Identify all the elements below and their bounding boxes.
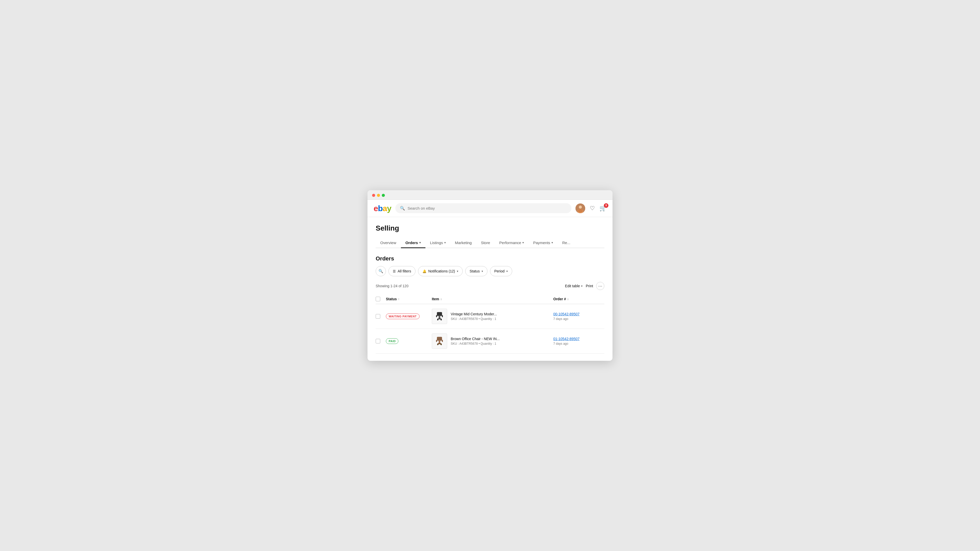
filters-row: 🔍 ☰ All filters 🔔 Notifications (12) ▾ S…	[375, 266, 605, 276]
order-header-label: Order #	[553, 297, 566, 301]
status-filter-button[interactable]: Status ▾	[465, 266, 487, 276]
svg-rect-9	[436, 315, 437, 317]
orders-chevron-icon: ▾	[419, 241, 421, 244]
search-orders-icon: 🔍	[379, 269, 383, 274]
tab-overview[interactable]: Overview	[375, 238, 401, 248]
search-orders-button[interactable]: 🔍	[375, 266, 386, 276]
all-filters-label: All filters	[398, 269, 411, 273]
browser-chrome	[368, 190, 612, 200]
status-sort-icon: ↑	[398, 298, 400, 301]
row-1-checkbox[interactable]	[375, 314, 380, 318]
paid-badge: PAID	[386, 338, 398, 344]
waiting-payment-badge: WAITING PAYMENT	[386, 314, 420, 319]
more-icon: ⋯	[598, 283, 602, 288]
navbar: ebay 🔍 ♡ 🛒 9	[368, 200, 612, 217]
performance-chevron-icon: ▾	[522, 241, 524, 244]
notifications-chevron-icon: ▾	[457, 270, 458, 273]
item-sort-icon: ↕	[441, 298, 442, 301]
svg-point-7	[437, 319, 438, 320]
period-chevron-icon: ▾	[506, 270, 508, 273]
cart-wrapper[interactable]: 🛒 9	[600, 205, 606, 212]
row-2-order-date: 7 days ago	[553, 342, 605, 346]
row-2-order: 01-10542-89507 7 days ago	[553, 337, 605, 346]
svg-rect-10	[442, 315, 443, 317]
row-2-item-name: Brown Office Chair - NEW IN...	[451, 337, 500, 341]
edit-table-button[interactable]: Edit table ▾	[565, 284, 583, 288]
edit-table-chevron-icon: ▾	[581, 284, 583, 288]
tab-nav: Overview Orders ▾ Listings ▾ Marketing S…	[375, 238, 605, 248]
row-1-order-number[interactable]: 00-10542-89507	[553, 312, 605, 316]
tab-reports[interactable]: Re...	[558, 238, 575, 248]
dot-green[interactable]	[382, 194, 385, 197]
tab-payments[interactable]: Payments ▾	[528, 238, 558, 248]
browser-dots	[372, 194, 608, 197]
order-column-header[interactable]: Order # ↕	[553, 297, 605, 301]
ebay-logo[interactable]: ebay	[374, 204, 391, 212]
search-input[interactable]	[407, 206, 567, 210]
table-actions: Edit table ▾ Print ⋯	[565, 282, 605, 290]
print-button[interactable]: Print	[586, 284, 593, 288]
logo-e: e	[374, 204, 378, 213]
nav-icons: ♡ 🛒 9	[576, 204, 606, 213]
avatar[interactable]	[576, 204, 585, 213]
item-column-header[interactable]: Item ↕	[432, 297, 553, 301]
edit-table-label: Edit table	[565, 284, 580, 288]
select-all-checkbox[interactable]	[375, 297, 380, 301]
item-header-label: Item	[432, 297, 439, 301]
table-controls: Showing 1-24 of 120 Edit table ▾ Print ⋯	[375, 282, 605, 290]
row-1-order: 00-10542-89507 7 days ago	[553, 312, 605, 321]
row-2-order-number[interactable]: 01-10542-89507	[553, 337, 605, 341]
svg-rect-19	[442, 340, 443, 342]
row-1-item-meta: SKU : A43BTR5678 • Quantity : 1	[451, 317, 497, 321]
svg-rect-11	[437, 337, 442, 341]
tab-marketing[interactable]: Marketing	[450, 238, 476, 248]
row-1-status: WAITING PAYMENT	[386, 314, 432, 319]
all-filters-button[interactable]: ☰ All filters	[388, 266, 415, 276]
row-1-item-info: Vintage Mid Century Moder... SKU : A43BT…	[451, 312, 497, 321]
period-filter-label: Period	[494, 269, 504, 273]
status-column-header[interactable]: Status ↑	[386, 297, 432, 301]
svg-point-1	[579, 205, 582, 209]
section-title: Orders	[375, 255, 605, 262]
logo-y: y	[387, 204, 391, 213]
row-1-item-image	[432, 309, 447, 324]
order-sort-icon: ↕	[567, 298, 569, 301]
row-2-checkbox[interactable]	[375, 339, 380, 343]
browser-window: ebay 🔍 ♡ 🛒 9 Selling	[368, 190, 612, 361]
row-2-item-image	[432, 333, 447, 349]
search-bar[interactable]: 🔍	[395, 203, 571, 213]
table-header: Status ↑ Item ↕ Order # ↕	[375, 294, 605, 304]
table-row: WAITING PAYMENT	[375, 304, 605, 329]
notifications-button[interactable]: 🔔 Notifications (12) ▾	[418, 266, 463, 276]
page-title: Selling	[375, 224, 605, 233]
row-1-item: Vintage Mid Century Moder... SKU : A43BT…	[432, 309, 553, 324]
dot-red[interactable]	[372, 194, 375, 197]
tab-store[interactable]: Store	[476, 238, 495, 248]
table-row: PAID	[375, 329, 605, 354]
row-2-item: Brown Office Chair - NEW IN... SKU : A43…	[432, 333, 553, 349]
svg-point-3	[578, 209, 583, 213]
page-content: Selling Overview Orders ▾ Listings ▾ Mar…	[368, 217, 612, 361]
tab-orders[interactable]: Orders ▾	[401, 238, 425, 248]
svg-rect-5	[439, 316, 441, 319]
tab-performance[interactable]: Performance ▾	[495, 238, 528, 248]
tab-listings[interactable]: Listings ▾	[425, 238, 450, 248]
cart-badge: 9	[604, 203, 608, 208]
svg-rect-4	[437, 312, 442, 316]
period-filter-button[interactable]: Period ▾	[490, 266, 512, 276]
payments-chevron-icon: ▾	[552, 241, 553, 244]
row-2-item-info: Brown Office Chair - NEW IN... SKU : A43…	[451, 337, 500, 346]
svg-rect-18	[436, 340, 437, 342]
print-label: Print	[586, 284, 593, 288]
dot-yellow[interactable]	[377, 194, 380, 197]
logo-b: b	[378, 204, 383, 213]
more-options-button[interactable]: ⋯	[596, 282, 605, 290]
status-header-label: Status	[386, 297, 397, 301]
status-chevron-icon: ▾	[482, 270, 483, 273]
wishlist-icon[interactable]: ♡	[590, 205, 595, 212]
row-1-item-name: Vintage Mid Century Moder...	[451, 312, 497, 316]
showing-text: Showing 1-24 of 120	[375, 284, 408, 288]
svg-rect-12	[439, 341, 441, 344]
notifications-label: Notifications (12)	[428, 269, 455, 273]
logo-a: a	[383, 204, 387, 213]
